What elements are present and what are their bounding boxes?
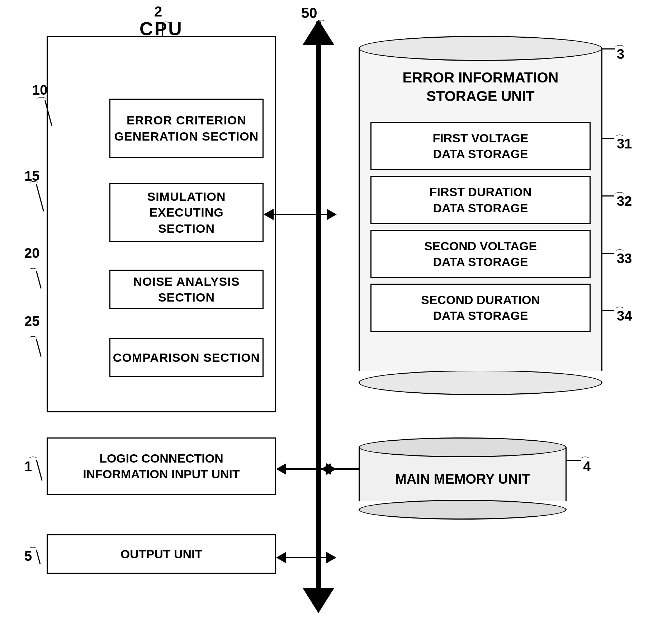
second-duration-storage-box: SECOND DURATIONDATA STORAGE xyxy=(370,284,591,332)
noise-analysis-box: NOISE ANALYSIS SECTION xyxy=(109,270,264,309)
ref-line-4 xyxy=(567,460,581,461)
arrow-output xyxy=(276,552,336,563)
first-voltage-storage-box: FIRST VOLTAGEDATA STORAGE xyxy=(370,122,591,170)
ref-line-34 xyxy=(602,310,614,311)
ref-line-32 xyxy=(602,195,614,196)
comparison-box: COMPARISON SECTION xyxy=(109,338,264,377)
cylinder-bottom xyxy=(359,370,602,395)
ref-num-20: 20 xyxy=(24,246,39,261)
ref-tick-50: ⌒ xyxy=(316,18,326,32)
second-voltage-storage-box: SECOND VOLTAGEDATA STORAGE xyxy=(370,230,591,278)
ref-tick-31: ⌒ xyxy=(615,133,625,146)
error-storage-label: ERROR INFORMATIONSTORAGE UNIT xyxy=(360,61,601,116)
ref-line-20 xyxy=(36,271,42,289)
ref-tick-32: ⌒ xyxy=(615,190,625,204)
simulation-box: SIMULATION EXECUTINGSECTION xyxy=(109,183,264,242)
noise-analysis-label: NOISE ANALYSIS SECTION xyxy=(110,274,262,305)
ref-tick-33: ⌒ xyxy=(615,247,625,261)
main-memory-label: MAIN MEMORY UNIT xyxy=(395,472,530,487)
ref-num-50: 50 xyxy=(301,5,317,21)
ref-line-31 xyxy=(602,138,614,139)
flat-cyl-bottom xyxy=(359,500,567,520)
vertical-bus-line xyxy=(316,22,321,592)
output-unit-box: OUTPUT UNIT xyxy=(47,534,276,574)
logic-connection-label: LOGIC CONNECTIONINFORMATION INPUT UNIT xyxy=(83,450,240,482)
ref-num-2: 2 xyxy=(154,4,162,20)
ref-line-25 xyxy=(36,339,42,357)
bus-arrow-down xyxy=(303,588,334,613)
error-criterion-box: ERROR CRITERIONGENERATION SECTION xyxy=(109,99,264,158)
ref-line-15 xyxy=(36,184,44,212)
diagram: 2 ⌒ CPU ERROR CRITERIONGENERATION SECTIO… xyxy=(0,0,672,644)
ref-line-3 xyxy=(602,48,615,49)
arrow-simulation xyxy=(264,209,337,220)
first-duration-storage-box: FIRST DURATIONDATA STORAGE xyxy=(370,176,591,224)
cylinder-error-storage: ERROR INFORMATIONSTORAGE UNIT FIRST VOLT… xyxy=(359,36,602,395)
ref-line-50 xyxy=(316,22,317,29)
flat-cyl-top xyxy=(359,437,567,457)
main-memory-unit: MAIN MEMORY UNIT xyxy=(359,437,567,520)
ref-tick-34: ⌒ xyxy=(615,305,625,318)
ref-line-1 xyxy=(36,460,42,481)
ref-tick-4: ⌒ xyxy=(580,455,590,468)
simulation-label: SIMULATION EXECUTINGSECTION xyxy=(110,189,262,236)
output-unit-label: OUTPUT UNIT xyxy=(120,547,203,561)
cylinder-body: ERROR INFORMATIONSTORAGE UNIT FIRST VOLT… xyxy=(359,48,602,371)
comparison-label: COMPARISON SECTION xyxy=(113,350,260,365)
logic-connection-box: LOGIC CONNECTIONINFORMATION INPUT UNIT xyxy=(47,437,276,495)
ref-line-33 xyxy=(602,253,614,254)
ref-tick-3: ⌒ xyxy=(615,43,625,57)
cylinder-top xyxy=(359,36,602,61)
ref-num-25: 25 xyxy=(24,314,39,329)
error-criterion-label: ERROR CRITERIONGENERATION SECTION xyxy=(114,112,259,144)
cpu-label: CPU xyxy=(47,18,276,39)
